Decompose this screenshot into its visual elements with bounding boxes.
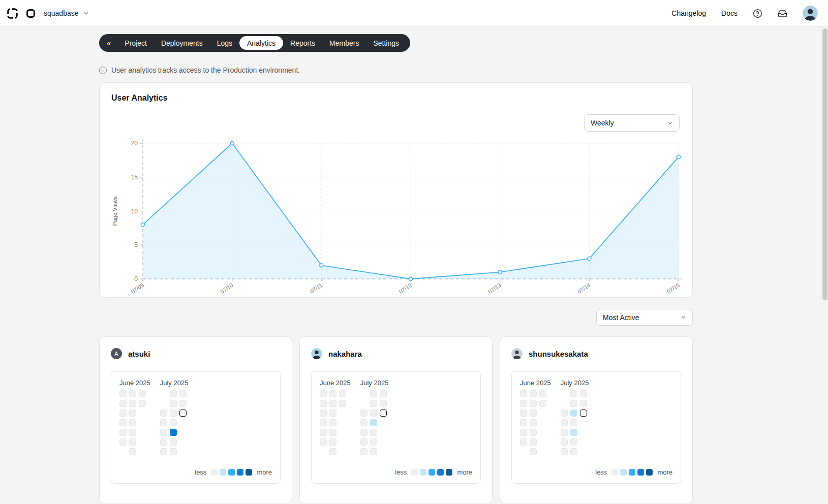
heatmap-day-cell[interactable] — [329, 438, 336, 446]
data-point-marker[interactable] — [677, 155, 680, 159]
heatmap-day-cell[interactable] — [520, 419, 527, 426]
sort-select[interactable]: Most Active — [596, 309, 693, 326]
heatmap-day-cell[interactable] — [119, 410, 127, 417]
heatmap-day-cell[interactable] — [561, 438, 568, 446]
heatmap-day-cell[interactable] — [370, 410, 377, 417]
heatmap-day-cell[interactable] — [570, 429, 577, 436]
heatmap-day-cell[interactable] — [520, 410, 527, 417]
nav-tab-analytics[interactable]: Analytics — [239, 36, 283, 50]
heatmap-day-cell[interactable] — [329, 419, 336, 426]
heatmap-day-cell[interactable] — [360, 448, 367, 455]
heatmap-day-cell[interactable] — [530, 390, 537, 397]
heatmap-day-cell[interactable] — [119, 438, 127, 446]
heatmap-day-cell[interactable] — [329, 390, 336, 397]
heatmap-day-cell[interactable] — [561, 429, 568, 436]
heatmap-day-cell[interactable] — [329, 400, 336, 407]
heatmap-day-cell[interactable] — [539, 390, 546, 397]
heatmap-day-cell[interactable] — [530, 419, 537, 426]
heatmap-day-cell[interactable] — [129, 429, 136, 436]
heatmap-day-cell[interactable] — [320, 410, 327, 417]
heatmap-day-cell[interactable] — [520, 429, 527, 436]
heatmap-day-cell[interactable] — [380, 400, 387, 407]
heatmap-day-cell[interactable] — [139, 400, 146, 407]
heatmap-day-cell[interactable] — [339, 400, 346, 407]
heatmap-day-cell[interactable] — [370, 390, 377, 397]
heatmap-day-cell[interactable] — [530, 410, 537, 417]
heatmap-day-cell[interactable] — [170, 419, 177, 426]
inbox-icon[interactable] — [778, 9, 787, 18]
heatmap-day-cell[interactable] — [570, 410, 577, 417]
heatmap-day-cell[interactable] — [339, 390, 346, 397]
heatmap-day-cell[interactable] — [370, 438, 377, 446]
data-point-marker[interactable] — [588, 257, 591, 260]
heatmap-day-cell[interactable] — [129, 400, 136, 407]
heatmap-day-cell[interactable] — [320, 400, 327, 407]
heatmap-day-cell[interactable] — [320, 438, 327, 446]
nav-tab-reports[interactable]: Reports — [283, 34, 322, 52]
heatmap-day-cell[interactable] — [380, 390, 387, 397]
heatmap-day-cell[interactable] — [320, 419, 327, 426]
heatmap-day-cell[interactable] — [370, 400, 377, 407]
heatmap-day-cell[interactable] — [170, 438, 177, 446]
nav-tab-deployments[interactable]: Deployments — [154, 34, 210, 52]
heatmap-day-cell[interactable] — [530, 429, 537, 436]
heatmap-day-cell[interactable] — [329, 429, 336, 436]
data-point-marker[interactable] — [409, 277, 412, 280]
user-avatar[interactable] — [803, 6, 818, 21]
heatmap-day-cell[interactable] — [170, 390, 177, 397]
heatmap-day-cell[interactable] — [570, 390, 577, 397]
heatmap-day-cell[interactable] — [119, 390, 127, 397]
heatmap-day-cell[interactable] — [561, 419, 568, 426]
data-point-marker[interactable] — [498, 270, 502, 274]
heatmap-day-cell[interactable] — [329, 448, 336, 455]
heatmap-day-cell[interactable] — [160, 429, 167, 436]
nav-tab-settings[interactable]: Settings — [366, 34, 406, 52]
heatmap-day-cell[interactable] — [530, 438, 537, 446]
heatmap-day-cell[interactable] — [129, 438, 136, 446]
heatmap-day-cell[interactable] — [530, 448, 537, 455]
heatmap-day-cell[interactable] — [570, 419, 577, 426]
changelog-link[interactable]: Changelog — [671, 9, 706, 17]
nav-tab-members[interactable]: Members — [322, 34, 366, 52]
heatmap-day-cell[interactable] — [320, 429, 327, 436]
heatmap-day-cell[interactable] — [520, 438, 527, 446]
period-select[interactable]: Weekly — [584, 114, 680, 132]
heatmap-day-cell[interactable] — [570, 448, 577, 455]
heatmap-day-cell[interactable] — [129, 419, 136, 426]
heatmap-day-cell[interactable] — [129, 410, 136, 417]
heatmap-day-cell[interactable] — [329, 410, 336, 417]
heatmap-day-cell[interactable] — [561, 410, 568, 417]
heatmap-today-cell[interactable] — [380, 410, 387, 417]
heatmap-day-cell[interactable] — [119, 419, 127, 426]
heatmap-day-cell[interactable] — [170, 410, 177, 417]
help-icon[interactable] — [753, 9, 762, 18]
workspace-logo-icon[interactable] — [26, 9, 35, 18]
squadbase-logo-icon[interactable] — [7, 8, 18, 19]
heatmap-day-cell[interactable] — [520, 390, 527, 397]
heatmap-day-cell[interactable] — [179, 400, 187, 407]
heatmap-day-cell[interactable] — [561, 448, 568, 455]
heatmap-day-cell[interactable] — [170, 400, 177, 407]
heatmap-day-cell[interactable] — [160, 419, 167, 426]
heatmap-day-cell[interactable] — [119, 429, 127, 436]
heatmap-today-cell[interactable] — [179, 410, 187, 417]
page-views-chart[interactable]: 0510152007/0907/1007/1107/1207/1307/1407… — [100, 134, 693, 300]
heatmap-today-cell[interactable] — [580, 410, 587, 417]
heatmap-day-cell[interactable] — [360, 438, 367, 446]
heatmap-day-cell[interactable] — [539, 400, 546, 407]
data-point-marker[interactable] — [320, 264, 323, 267]
heatmap-day-cell[interactable] — [119, 400, 127, 407]
heatmap-day-cell[interactable] — [170, 448, 177, 455]
heatmap-day-cell[interactable] — [360, 429, 367, 436]
collapse-sidebar-icon[interactable]: « — [100, 39, 117, 47]
heatmap-day-cell[interactable] — [530, 400, 537, 407]
heatmap-day-cell[interactable] — [179, 390, 187, 397]
heatmap-day-cell[interactable] — [360, 410, 367, 417]
scrollbar-thumb[interactable] — [822, 28, 827, 300]
heatmap-day-cell[interactable] — [570, 400, 577, 407]
heatmap-day-cell[interactable] — [580, 400, 587, 407]
heatmap-day-cell[interactable] — [320, 390, 327, 397]
heatmap-day-cell[interactable] — [570, 438, 577, 446]
heatmap-day-cell[interactable] — [580, 390, 587, 397]
nav-tab-project[interactable]: Project — [117, 34, 154, 52]
